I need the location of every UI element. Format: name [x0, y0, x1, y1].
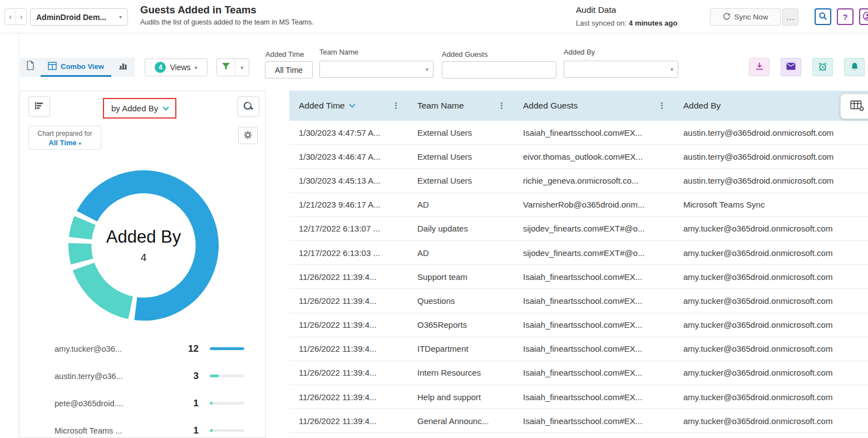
table-row[interactable]: 12/17/2022 6:13:03 ...ADsijodev_finearts…: [289, 241, 868, 265]
column-menu-icon[interactable]: ⋮: [658, 101, 666, 111]
legend-label: amy.tucker@o36...: [55, 345, 174, 353]
table-cell: amy.tucker@o365droid.onmicrosoft.com: [674, 296, 868, 306]
export-download-button[interactable]: [749, 58, 770, 76]
table-row[interactable]: 12/17/2022 6:13:07 ...Daily updatessijod…: [289, 217, 868, 241]
help-button[interactable]: ?: [837, 8, 854, 25]
chevron-down-icon: ▾: [195, 65, 198, 71]
tab-chart-view[interactable]: [111, 58, 135, 77]
team-name-filter[interactable]: ▾: [319, 61, 433, 78]
chevron-down-icon: ▾: [240, 65, 243, 71]
table-row[interactable]: 1/30/2023 4:47:57 A...External UsersIsai…: [289, 121, 868, 145]
chart-sort-button[interactable]: [28, 96, 50, 117]
chart-type-button[interactable]: [238, 96, 259, 117]
column-label: Added Guests: [523, 101, 578, 111]
table-row[interactable]: 11/26/2022 11:39:4...QuestionsIsaiah_fin…: [289, 289, 868, 313]
filter-split-button: ▾: [216, 58, 249, 76]
funnel-icon: [221, 62, 230, 72]
chevron-down-icon: ▾: [426, 66, 428, 72]
email-report-button[interactable]: [781, 58, 801, 76]
prepared-for-value: All Time: [48, 139, 76, 147]
views-dropdown-button[interactable]: 4 Views ▾: [145, 58, 208, 76]
table-row[interactable]: 1/30/2023 4:46:47 A...External Userseivo…: [289, 145, 868, 169]
sync-now-button[interactable]: Sync Now: [710, 8, 781, 26]
table-row[interactable]: 11/26/2022 11:39:4...Support teamIsaiah_…: [289, 265, 868, 289]
filter-dropdown-button[interactable]: ▾: [235, 59, 249, 76]
table-row[interactable]: 1/21/2023 9:46:17 A...ADVarnisherRob@o36…: [289, 193, 868, 217]
column-settings-button[interactable]: [840, 93, 868, 119]
horizontal-bars-icon: [34, 101, 45, 112]
tab-report-view[interactable]: [19, 58, 41, 77]
table-cell: Isaiah_fineartsschool.com#EX...: [514, 128, 674, 137]
legend-value: 3: [174, 371, 199, 382]
column-header-added-by[interactable]: Added By⋮: [674, 91, 868, 121]
app: ‹ › AdminDroid Dem... ▾ Guests Added in …: [0, 0, 868, 438]
table-cell: amy.tucker@o365droid.onmicrosoft.com: [674, 368, 868, 377]
nav-forward-button[interactable]: ›: [16, 9, 26, 24]
added-time-filter[interactable]: All Time: [265, 61, 313, 78]
legend-item[interactable]: pete@o365droid....1: [20, 390, 265, 417]
workspace-selector[interactable]: AdminDroid Dem... ▾: [30, 8, 128, 26]
added-by-filter[interactable]: ▾: [564, 61, 678, 78]
table-row[interactable]: 11/26/2022 11:39:4...Intern ResourcesIsa…: [289, 361, 868, 385]
chevron-down-icon: ▾: [78, 141, 81, 146]
gear-icon: [243, 130, 253, 141]
table-cell: 1/30/2023 4:45:13 A...: [289, 176, 408, 185]
table-row[interactable]: 11/26/2022 11:39:4...General Announc...I…: [289, 409, 868, 433]
chevron-down-icon: ▾: [670, 66, 673, 72]
audit-table: Added Time⋮Team Name⋮Added Guests⋮Added …: [289, 91, 868, 438]
bell-icon: [850, 62, 859, 73]
sort-chevron-icon[interactable]: [349, 101, 355, 107]
table-cell: 12/17/2022 6:13:03 ...: [289, 248, 408, 258]
legend-item[interactable]: amy.tucker@o36...12: [20, 335, 265, 362]
column-header-added-time[interactable]: Added Time⋮: [289, 91, 408, 121]
table-row[interactable]: 11/26/2022 11:39:4...O365ReportsIsaiah_f…: [289, 313, 868, 337]
sync-icon: [723, 12, 731, 22]
table-cell: Isaiah_fineartsschool.com#EX...: [514, 272, 674, 282]
chart-settings-button[interactable]: [238, 127, 258, 144]
legend-label: Microsoft Teams ...: [55, 426, 174, 435]
table-row[interactable]: 11/26/2022 11:39:4...ITDepartmentIsaiah_…: [289, 337, 868, 361]
column-menu-icon[interactable]: ⋮: [392, 101, 400, 111]
filter-button[interactable]: [217, 59, 235, 76]
table-cell: ITDepartment: [408, 344, 514, 353]
more-options-button[interactable]: …: [782, 8, 798, 26]
sync-now-label: Sync Now: [734, 13, 768, 21]
table-cell: Isaiah_fineartsschool.com#EX...: [514, 296, 674, 306]
column-menu-icon[interactable]: ⋮: [497, 101, 506, 111]
search-icon: [818, 12, 827, 22]
legend-label: austin.terry@o36...: [55, 372, 174, 381]
table-cell: Daily updates: [408, 224, 514, 233]
table-cell: eivor.thomas_outlook.com#EX...: [514, 152, 674, 161]
schedule-button[interactable]: [812, 58, 833, 76]
table-cell: Isaiah_fineartsschool.com#EX...: [514, 320, 674, 329]
group-by-value: by Added By: [111, 104, 158, 113]
download-icon: [755, 62, 764, 72]
added-guests-input[interactable]: [447, 66, 551, 75]
table-cell: Isaiah_fineartsschool.com#EX...: [514, 416, 674, 426]
legend-item[interactable]: Microsoft Teams ...1: [20, 417, 265, 438]
workspace-name: AdminDroid Dem...: [36, 13, 115, 22]
audit-data-block: Audit Data Last synced on:4 minutes ago: [576, 5, 677, 27]
table-cell: 11/26/2022 11:39:4...: [289, 368, 408, 377]
legend-bar: [210, 402, 244, 405]
tab-combo-view[interactable]: Combo View: [41, 58, 111, 77]
column-header-team-name[interactable]: Team Name⋮: [408, 91, 514, 121]
table-cell: 11/26/2022 11:39:4...: [289, 296, 408, 306]
search-button[interactable]: [815, 8, 831, 25]
legend-item[interactable]: austin.terry@o36...3: [20, 362, 265, 390]
table-cell: General Announc...: [408, 416, 514, 426]
group-by-dropdown[interactable]: by Added By: [103, 98, 176, 119]
table-gear-icon: [850, 100, 865, 114]
table-row[interactable]: 1/30/2023 4:45:13 A...External Usersrich…: [289, 169, 868, 193]
views-count-badge: 4: [155, 62, 166, 73]
column-header-added-guests[interactable]: Added Guests⋮: [514, 91, 674, 121]
table-row[interactable]: 11/26/2022 11:39:4...Help and supportIsa…: [289, 385, 868, 409]
envelope-icon: [786, 62, 796, 72]
column-label: Team Name: [417, 101, 464, 111]
table-cell: 1/30/2023 4:46:47 A...: [289, 152, 408, 161]
assistant-button[interactable]: [859, 8, 868, 25]
page-title-block: Guests Added in Teams Audits the list of…: [140, 4, 314, 26]
alerts-button[interactable]: [844, 58, 865, 76]
chart-prepared-for-dropdown[interactable]: Chart prepared for All Time ▾: [28, 126, 101, 150]
nav-back-button[interactable]: ‹: [5, 9, 16, 24]
